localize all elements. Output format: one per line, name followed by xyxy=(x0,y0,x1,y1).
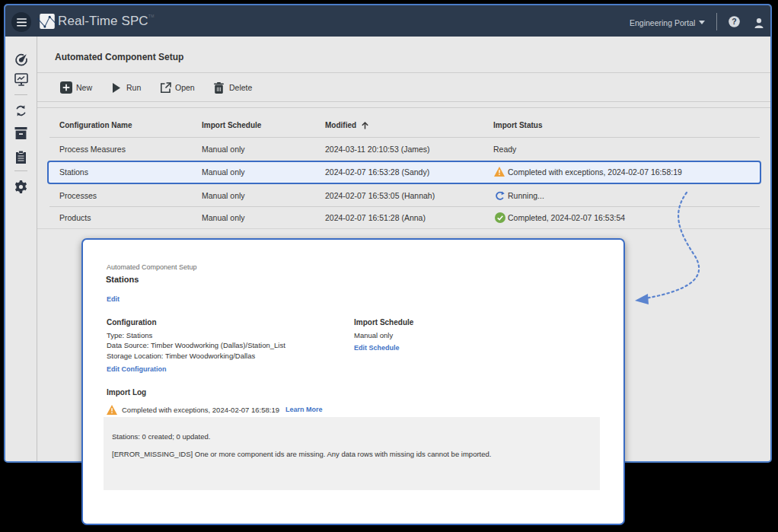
svg-text:?: ? xyxy=(732,17,736,26)
